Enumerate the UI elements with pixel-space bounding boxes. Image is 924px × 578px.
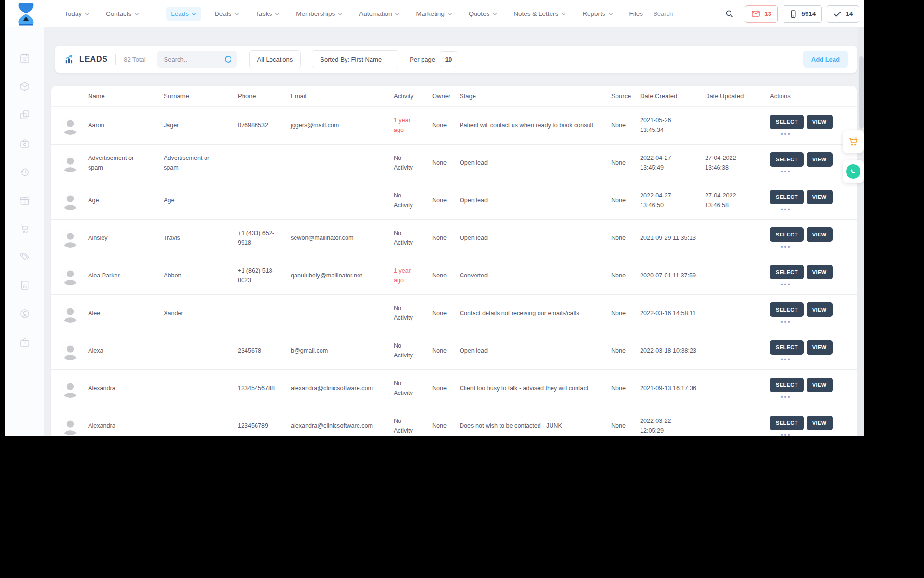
scrollbar[interactable] (858, 27, 864, 436)
lead-date-updated: 27-04-202213:46:58 (705, 191, 770, 210)
table-row[interactable]: AleeXanderNo ActivityNoneContact details… (51, 295, 857, 332)
table-row[interactable]: Alexandra123456789alexandra@clinicsoftwa… (51, 407, 857, 436)
select-button[interactable]: SELECT (770, 190, 804, 204)
column-header-date-created: Date Created (640, 92, 705, 100)
select-button[interactable]: SELECT (770, 152, 804, 167)
lead-stage: Client too busy to talk - advised they w… (460, 384, 611, 394)
nav-item-deals[interactable]: Deals (212, 7, 242, 21)
table-row[interactable]: AinsleyTravis+1 (433) 652-9918sewoh@mail… (51, 220, 857, 257)
global-search-input[interactable] (646, 5, 719, 23)
column-header-name: Name (88, 92, 164, 100)
nav-item-automation[interactable]: Automation (356, 7, 402, 21)
select-button[interactable]: SELECT (770, 340, 804, 355)
lead-activity: No Activity (394, 417, 432, 435)
select-button[interactable]: SELECT (770, 302, 804, 317)
whatsapp-float-button[interactable] (843, 160, 864, 183)
lead-name: Aaron (88, 121, 164, 131)
calendar-icon[interactable]: 12 (19, 53, 30, 64)
nav-item-quotes[interactable]: Quotes (466, 7, 500, 21)
leads-table: NameSurnamePhoneEmailActivityOwnerStageS… (51, 86, 857, 436)
search-icon[interactable] (719, 5, 740, 23)
tags-icon[interactable] (19, 251, 30, 263)
check-count: 14 (846, 10, 853, 17)
nav-item-reports[interactable]: Reports (579, 7, 616, 21)
nav-item-today[interactable]: Today (62, 7, 92, 21)
view-button[interactable]: VIEW (807, 152, 833, 167)
history-icon[interactable] (19, 166, 30, 177)
more-actions-icon[interactable]: ••• (781, 170, 792, 174)
lead-activity: No Activity (394, 154, 432, 172)
locations-dropdown[interactable]: All Locations (249, 50, 301, 68)
lead-activity: 1 year ago (394, 266, 432, 285)
select-button[interactable]: SELECT (770, 378, 804, 392)
table-row[interactable]: AaronJager076986532jggers@maill.com1 yea… (51, 107, 857, 144)
nav-item-marketing[interactable]: Marketing (413, 7, 455, 21)
scrollbar-thumb[interactable] (859, 56, 864, 129)
mail-badge[interactable]: 13 (745, 5, 778, 23)
lead-owner: None (432, 309, 460, 318)
lead-owner: None (432, 346, 460, 356)
main-content: LEADS 82 Total All Locations Sorted By: … (44, 27, 864, 436)
more-actions-icon[interactable]: ••• (781, 358, 792, 362)
lead-source: None (611, 196, 640, 206)
more-actions-icon[interactable]: ••• (781, 434, 792, 437)
add-lead-button[interactable]: Add Lead (803, 51, 848, 68)
select-button[interactable]: SELECT (770, 115, 804, 129)
lead-owner: None (432, 158, 460, 168)
lead-email: qanulubely@mailinator.net (291, 271, 394, 281)
more-actions-icon[interactable]: ••• (781, 132, 792, 136)
view-button[interactable]: VIEW (807, 265, 833, 279)
more-actions-icon[interactable]: ••• (781, 320, 792, 324)
nav-item-tasks[interactable]: Tasks (253, 7, 283, 21)
table-row[interactable]: AgeAgeNo ActivityNoneOpen leadNone2022-0… (51, 182, 857, 220)
phone-badge[interactable]: 5914 (783, 5, 822, 23)
nav-item-contacts[interactable]: Contacts (103, 7, 142, 21)
nav-item-leads[interactable]: Leads (166, 7, 201, 21)
mail-icon (751, 9, 760, 18)
tasks-badge[interactable]: 14 (827, 5, 859, 23)
select-button[interactable]: SELECT (770, 416, 804, 430)
more-actions-icon[interactable]: ••• (781, 395, 792, 399)
table-row[interactable]: Advertisement or spamAdvertisement or sp… (51, 144, 857, 182)
person-avatar-icon (61, 342, 79, 360)
nav-item-notes-letters[interactable]: Notes & Letters (511, 7, 569, 21)
help-icon[interactable]: ? (864, 7, 864, 21)
lead-surname: Travis (164, 234, 238, 243)
account-icon[interactable] (19, 308, 30, 319)
view-button[interactable]: VIEW (807, 115, 833, 129)
case-icon[interactable] (19, 138, 30, 149)
view-button[interactable]: VIEW (807, 190, 833, 204)
table-row[interactable]: Alea ParkerAbbott+1 (862) 518-8023qanulu… (51, 257, 857, 295)
view-button[interactable]: VIEW (807, 378, 833, 392)
sort-dropdown[interactable]: Sorted By: First Name (312, 50, 398, 68)
more-actions-icon[interactable]: ••• (781, 283, 792, 287)
gift-icon[interactable] (19, 195, 30, 206)
clinicsoftware-logo-icon[interactable] (14, 2, 38, 26)
cart-icon[interactable] (19, 223, 30, 234)
briefcase-icon[interactable] (19, 337, 30, 348)
lead-source: None (611, 346, 640, 356)
nav-item-files[interactable]: Files (627, 7, 646, 21)
global-search (646, 5, 740, 23)
report-icon[interactable] (19, 280, 30, 291)
view-button[interactable]: VIEW (807, 227, 833, 242)
view-button[interactable]: VIEW (807, 302, 833, 317)
nav-item-memberships[interactable]: Memberships (293, 7, 346, 21)
copies-icon[interactable] (19, 109, 30, 120)
lead-date-created: 2022-03-18 10:38:23 (640, 346, 705, 356)
sidebar: 12 (5, 27, 44, 436)
more-actions-icon[interactable]: ••• (781, 245, 792, 249)
view-button[interactable]: VIEW (807, 416, 833, 430)
person-avatar-icon (61, 267, 79, 285)
package-icon[interactable] (19, 81, 30, 92)
cart-float-button[interactable] (843, 130, 864, 153)
table-row[interactable]: Alexandra12345456788alexandra@clinicsoft… (51, 370, 857, 407)
view-button[interactable]: VIEW (807, 340, 833, 355)
select-button[interactable]: SELECT (770, 227, 804, 242)
per-page-input[interactable]: 10 (440, 51, 457, 67)
select-button[interactable]: SELECT (770, 265, 804, 279)
lead-stage: Patient will contact us when ready to bo… (460, 121, 611, 131)
more-actions-icon[interactable]: ••• (781, 208, 792, 211)
lead-date-created: 2021-09-13 16:17:36 (640, 384, 705, 394)
table-row[interactable]: Alexa2345678b@gmail.comNo ActivityNoneOp… (51, 332, 857, 370)
